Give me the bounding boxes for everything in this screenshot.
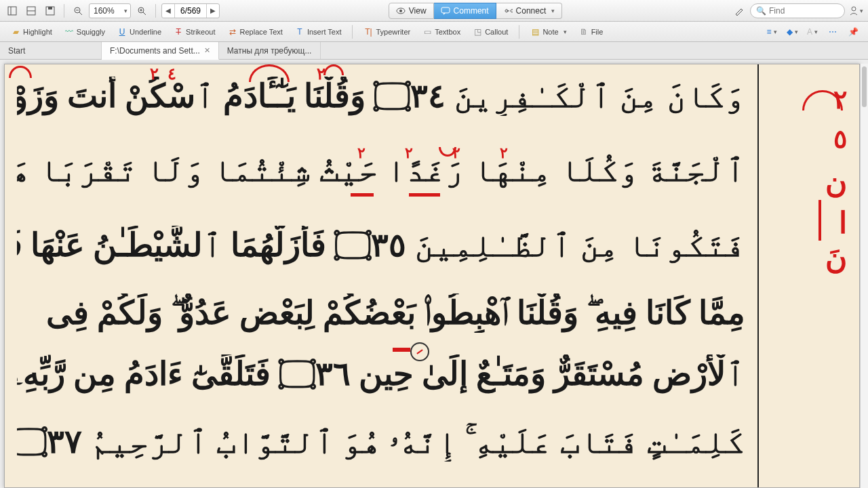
stroke-color-icon[interactable]: ≡▾	[764, 24, 780, 39]
text-line-2: ٱلْجَنَّةَ وَكُلَا مِنْهَا رَغَدًا حَيْث…	[17, 151, 745, 188]
underline-icon: U	[117, 27, 127, 37]
connect-mode-button[interactable]: Connect ▾	[496, 3, 563, 19]
pencil-tool-icon[interactable]	[731, 3, 747, 18]
page-border-line	[757, 64, 759, 487]
comment-label: Comment	[454, 6, 489, 16]
svg-point-14	[399, 9, 402, 12]
replace-text-tool[interactable]: ⇄Replace Text	[224, 25, 287, 39]
arc-annotation	[249, 64, 290, 82]
typewriter-label: Typewriter	[376, 28, 410, 36]
file-tool[interactable]: 🗎File	[575, 25, 608, 39]
page-input[interactable]	[174, 4, 207, 18]
textbox-tool[interactable]: ▭Textbox	[418, 25, 465, 39]
squiggly-tool[interactable]: 〰Squiggly	[60, 25, 109, 39]
zoom-out-icon[interactable]	[70, 3, 86, 18]
connect-icon	[503, 7, 513, 14]
tab-document-2[interactable]: Матны для требующ...	[219, 42, 321, 59]
vertical-scrollbar[interactable]	[860, 64, 868, 488]
zoom-value: 160%	[94, 6, 115, 16]
text-line-6: كَلِمَـٰتٍ فَتَابَ عَلَيْهِ ۚ إِنَّهُۥ ه…	[17, 422, 745, 462]
arc-annotation	[323, 64, 344, 75]
strikeout-label: Strikeout	[186, 28, 215, 36]
search-input[interactable]	[769, 6, 839, 16]
margin-annotation: ا	[839, 205, 847, 241]
note-icon: ▤	[530, 27, 540, 37]
svg-line-8	[79, 12, 82, 15]
font-icon[interactable]: A▾	[804, 24, 821, 39]
zoom-select[interactable]: 160%	[89, 3, 131, 18]
underline-annotation	[351, 193, 374, 197]
replace-label: Replace Text	[240, 28, 283, 36]
tab-start[interactable]: Start	[0, 42, 102, 59]
svg-point-17	[852, 7, 856, 11]
textbox-label: Textbox	[435, 28, 460, 36]
mode-switch: View Comment Connect ▾	[389, 3, 563, 19]
pen-cursor-icon	[410, 342, 429, 361]
replace-icon: ⇄	[228, 27, 237, 37]
number-annotation: ٢	[150, 64, 159, 83]
arc-annotation	[9, 66, 32, 78]
fill-color-icon[interactable]: ◆▾	[784, 24, 800, 39]
highlight-label: Highlight	[23, 28, 52, 36]
squiggly-icon: 〰	[64, 27, 74, 37]
primary-toolbar: 160% ◀ ▶ View Comment Connect ▾ 🔍 ▾	[0, 0, 868, 22]
file-icon: 🗎	[579, 27, 589, 37]
chevron-down-icon: ▾	[551, 7, 555, 14]
underline-label: Underline	[130, 28, 161, 36]
prev-page-button[interactable]: ◀	[162, 7, 174, 14]
text-line-1: وَكَانَ مِنَ ٱلْكَـٰفِرِينَ ۝٣٤ وَقُلْنَ…	[17, 77, 745, 116]
stroke-annotation	[393, 348, 410, 352]
underline-tool[interactable]: UUnderline	[113, 25, 165, 39]
user-menu-icon[interactable]: ▾	[848, 3, 864, 18]
document-page: وَكَانَ مِنَ ٱلْكَـٰفِرِينَ ۝٣٤ وَقُلْنَ…	[4, 64, 860, 488]
save-icon[interactable]	[42, 3, 58, 18]
text-line-5: ٱلْأَرْضِ مُسْتَقَرٌّ وَمَتَـٰعٌ إِلَىٰ …	[17, 354, 745, 394]
callout-tool[interactable]: ◳Callout	[469, 25, 512, 39]
insert-text-tool[interactable]: TInsert Text	[291, 25, 346, 39]
textbox-icon: ▭	[422, 27, 432, 37]
zoom-in-icon[interactable]	[134, 3, 150, 18]
page-layout-icon[interactable]	[23, 3, 39, 18]
insert-label: Insert Text	[307, 28, 342, 36]
more-tools-icon[interactable]: ⋯	[825, 24, 841, 39]
next-page-button[interactable]: ▶	[207, 7, 219, 14]
view-mode-button[interactable]: View	[389, 3, 434, 19]
search-box[interactable]: 🔍	[750, 3, 845, 18]
number-annotation: ٤	[167, 64, 176, 83]
text-line-4: مِمَّا كَانَا فِيهِ ۖ وَقُلْنَا ٱهْبِطُو…	[17, 293, 745, 333]
tab-label: Матны для требующ...	[227, 46, 312, 56]
insert-icon: T	[295, 27, 304, 37]
tab-label: Start	[8, 46, 25, 56]
comment-icon	[441, 7, 450, 15]
page-navigator: ◀ ▶	[161, 3, 220, 18]
view-label: View	[409, 6, 427, 16]
svg-line-12	[143, 12, 146, 15]
comment-mode-button[interactable]: Comment	[434, 3, 496, 19]
number-annotation: ٢	[405, 144, 413, 162]
annotation-toolbar: ▰Highlight 〰Squiggly UUnderline TStrikeo…	[0, 22, 868, 42]
document-viewport: وَكَانَ مِنَ ٱلْكَـٰفِرِينَ ۝٣٤ وَقُلْنَ…	[0, 60, 868, 488]
squiggly-label: Squiggly	[77, 28, 105, 36]
scroll-thumb[interactable]	[862, 66, 867, 107]
typewriter-tool[interactable]: T|Typewriter	[359, 25, 414, 39]
close-icon[interactable]: ✕	[204, 46, 210, 55]
tab-document-1[interactable]: F:\Documents and Sett...✕	[102, 42, 219, 60]
strikeout-tool[interactable]: TStrikeout	[170, 25, 219, 39]
note-tool[interactable]: ▤Note▾	[526, 25, 570, 39]
sidebar-toggle-icon[interactable]	[4, 3, 20, 18]
svg-rect-5	[48, 7, 52, 9]
highlight-tool[interactable]: ▰Highlight	[7, 25, 56, 39]
margin-annotation: ن	[825, 165, 847, 200]
strikeout-icon: T	[174, 27, 183, 37]
tab-label: F:\Documents and Sett...	[110, 46, 200, 56]
pin-toolbar-icon[interactable]: 📌	[845, 24, 861, 39]
note-label: Note	[542, 28, 558, 36]
eye-icon	[396, 7, 406, 14]
text-line-3: فَتَكُونَا مِنَ ٱلظَّـٰلِمِينَ ۝٣٥ فَأَز…	[17, 226, 745, 265]
separator	[519, 25, 519, 39]
underline-annotation	[409, 193, 440, 197]
margin-annotation: نَ	[825, 241, 847, 276]
file-label: File	[591, 28, 604, 36]
connect-label: Connect	[516, 6, 547, 16]
separator	[155, 4, 156, 18]
